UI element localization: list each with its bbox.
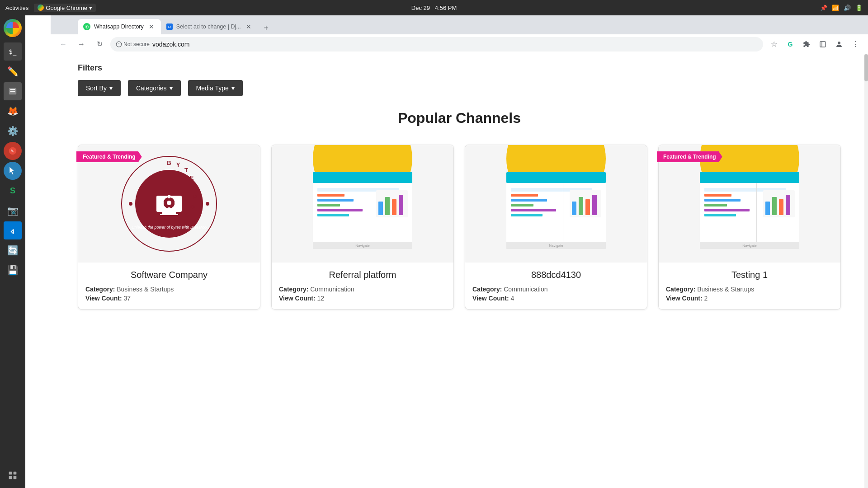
svg-rect-20	[160, 214, 178, 215]
svg-marker-5	[9, 167, 14, 175]
filters-title: Filters	[78, 63, 841, 73]
os-date: Dec 29	[411, 5, 430, 11]
tab-admin[interactable]: D Select ad to change | Dj... ✕	[161, 19, 258, 34]
svg-rect-78	[700, 172, 799, 183]
card-name-3: 888dcd4130	[472, 270, 640, 280]
chrome-menu[interactable]: Google Chrome ▾	[34, 4, 96, 12]
menu-button[interactable]: ⋮	[848, 37, 863, 52]
svg-text:Navigate: Navigate	[355, 244, 370, 248]
card-category-3: Category: Communication	[472, 286, 640, 293]
card-image-4: Navigate	[659, 145, 840, 263]
firefox-sidebar-icon[interactable]: 🦊	[4, 102, 22, 120]
card-meta-1: Category: Business & Startups View Count…	[85, 286, 253, 302]
side-panel-button[interactable]	[816, 37, 830, 52]
tab-admin-close[interactable]: ✕	[245, 23, 253, 31]
svg-rect-44	[317, 194, 344, 197]
card-888dcd4130[interactable]: Navigate 888dcd4130 Category: Communicat…	[465, 145, 647, 310]
card-name-1: Software Company	[85, 270, 253, 280]
new-tab-button[interactable]: +	[260, 22, 273, 34]
svg-point-22	[167, 201, 171, 205]
app-grid-sidebar-icon[interactable]	[4, 466, 22, 484]
svg-rect-70	[585, 199, 590, 215]
svg-text:E: E	[190, 174, 194, 181]
card-testing-1[interactable]: Featured & Trending	[658, 145, 841, 310]
scrollbar-thumb[interactable]	[864, 54, 868, 81]
forward-button[interactable]: →	[74, 37, 89, 52]
chrome-circle-icon	[38, 5, 44, 11]
categories-icon: ▾	[170, 84, 173, 92]
chrome-launcher-icon[interactable]	[4, 19, 22, 37]
svg-rect-19	[162, 212, 176, 214]
address-bar[interactable]: Not secure vodazok.com	[110, 37, 763, 52]
svg-rect-63	[511, 199, 547, 202]
svg-rect-84	[704, 209, 750, 211]
activities-label[interactable]: Activities	[5, 5, 28, 11]
pencil-sidebar-icon[interactable]: ✏️	[4, 62, 22, 80]
grammarly-button[interactable]: G	[783, 37, 797, 52]
card-image-3: Navigate	[465, 145, 647, 263]
card-software-company[interactable]: Featured & Trending	[78, 145, 260, 310]
battery-icon: 🔋	[855, 5, 863, 11]
media-type-button[interactable]: Media Type ▾	[188, 80, 243, 96]
os-bar: Activities Google Chrome ▾ Dec 29 4:56 P…	[0, 0, 868, 15]
cards-grid: Featured & Trending	[78, 145, 841, 319]
categories-button[interactable]: Categories ▾	[128, 80, 181, 96]
back-button[interactable]: ←	[56, 37, 71, 52]
svg-text:Unleash the power of bytes wit: Unleash the power of bytes with Bytearoo	[132, 225, 207, 230]
settings-sidebar-icon[interactable]: ⚙️	[4, 122, 22, 140]
drive-sidebar-icon[interactable]: 💾	[4, 261, 22, 279]
sort-by-button[interactable]: Sort By ▾	[78, 80, 121, 96]
viewcount-label-3: View Count:	[472, 295, 509, 302]
update-sidebar-icon[interactable]: 🔄	[4, 241, 22, 259]
media-type-label: Media Type	[196, 84, 229, 92]
card-name-4: Testing 1	[666, 270, 833, 280]
reload-button[interactable]: ↻	[92, 37, 107, 52]
card-viewcount-4: View Count: 2	[666, 295, 833, 302]
files-sidebar-icon[interactable]	[4, 82, 22, 100]
volume-icon: 🔊	[844, 5, 851, 11]
viewcount-value-3: 4	[511, 295, 514, 302]
tab-whatsapp-label: Whatsapp Directory	[94, 23, 144, 30]
card-name-2: Referral platform	[279, 270, 446, 280]
svg-rect-9	[14, 476, 17, 479]
scrollbar-track[interactable]	[864, 54, 868, 488]
card-info-4: Testing 1 Category: Business & Startups …	[659, 263, 840, 309]
svg-rect-53	[399, 195, 403, 215]
chrome-dropdown-icon: ▾	[89, 5, 92, 11]
extensions-button[interactable]	[799, 37, 814, 52]
viewcount-label-1: View Count:	[85, 295, 122, 302]
svg-point-36	[206, 202, 209, 206]
featured-badge-4: Featured & Trending	[657, 151, 722, 162]
tab-whatsapp-close[interactable]: ✕	[147, 23, 156, 31]
card-referral-platform[interactable]: Navigate Referral platform Category: Com…	[271, 145, 454, 310]
dashboard-thumb-2: Navigate	[272, 145, 453, 263]
inkscape-sidebar-icon[interactable]: S	[4, 182, 22, 200]
admin-favicon: D	[166, 23, 173, 30]
bookmark-button[interactable]: ☆	[767, 37, 781, 52]
svg-rect-2	[10, 91, 15, 92]
terminal-sidebar-icon[interactable]: $_	[4, 42, 22, 61]
svg-rect-89	[779, 199, 783, 215]
security-indicator: Not secure	[116, 41, 150, 47]
pointer-sidebar-icon[interactable]	[4, 162, 22, 180]
media-type-icon: ▾	[231, 84, 235, 92]
vscode-sidebar-icon[interactable]	[4, 221, 22, 239]
color-picker-sidebar-icon[interactable]: ✎	[4, 142, 22, 160]
tab-whatsapp-directory[interactable]: ✆ Whatsapp Directory ✕	[78, 19, 161, 34]
svg-rect-66	[511, 214, 542, 216]
svg-rect-83	[704, 204, 727, 206]
svg-rect-26	[175, 202, 178, 204]
card-info-3: 888dcd4130 Category: Communication View …	[465, 263, 647, 309]
wifi-icon: 📶	[832, 5, 839, 11]
sort-by-label: Sort By	[86, 84, 107, 92]
tab-admin-label: Select ad to change | Dj...	[176, 23, 241, 30]
svg-rect-7	[14, 472, 17, 475]
svg-rect-91	[756, 183, 757, 242]
os-datetime: Dec 29 4:56 PM	[411, 5, 457, 11]
featured-badge-1: Featured & Trending	[76, 151, 142, 162]
bytearoo-logo-svg: B Y T E A R O O Unleash the power of byt…	[119, 154, 219, 253]
profile-button[interactable]	[832, 37, 846, 52]
camera-sidebar-icon[interactable]: 📷	[4, 202, 22, 220]
svg-text:A: A	[193, 184, 197, 191]
svg-text:Navigate: Navigate	[742, 244, 757, 248]
